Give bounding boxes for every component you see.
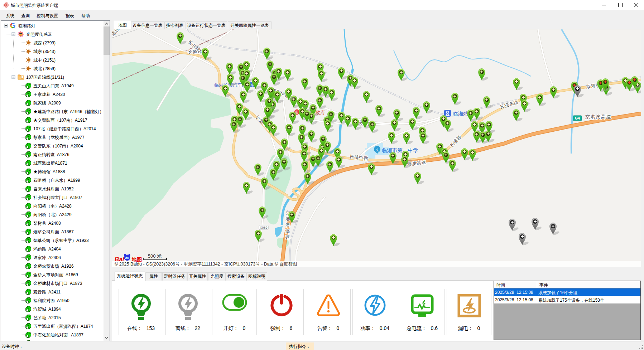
svg-text:X089: X089 [260, 226, 267, 229]
svg-text:谭家冲 A2406: 谭家冲 A2406 [33, 255, 61, 260]
svg-text:临湘站: 临湘站 [453, 111, 468, 117]
svg-text:G4: G4 [575, 116, 580, 120]
svg-text:陈家组 A2009: 陈家组 A2009 [33, 101, 61, 106]
svg-text:临湘市第一中学: 临湘市第一中学 [382, 147, 418, 153]
svg-text:© 2025 Baidu - GS(2023)3206号 -: © 2025 Baidu - GS(2023)3206号 - 甲测资字11111… [115, 262, 297, 267]
svg-text:王家珑巷 A2430: 王家珑巷 A2430 [33, 92, 65, 97]
svg-text:烟草公司对面 A1867: 烟草公司对面 A1867 [33, 229, 74, 234]
svg-text:社会福利院大门口 A1907: 社会福利院大门口 A1907 [33, 195, 82, 200]
svg-text:南正街转盘 A1876: 南正街转盘 A1876 [33, 152, 69, 157]
svg-text:鸿鹤路 A2404: 鸿鹤路 A2404 [33, 247, 61, 252]
svg-text:中石化加油站对面 A1897: 中石化加油站对面 A1897 [33, 332, 83, 337]
svg-text:高: 高 [285, 229, 290, 234]
svg-text:芭茅塘 A2015: 芭茅塘 A2015 [33, 315, 61, 320]
svg-text:文: 文 [375, 148, 379, 152]
svg-text:观音路 A2411: 观音路 A2411 [33, 290, 61, 295]
svg-text:Bai: Bai [115, 256, 125, 263]
svg-text:汽贸城 A1894: 汽贸城 A1894 [33, 307, 61, 312]
svg-text:城西派出所A1871: 城西派出所A1871 [33, 161, 67, 166]
svg-text:城北 (2859): 城北 (2859) [33, 66, 56, 71]
svg-text:自来水斜对面 A1952: 自来水斜对面 A1952 [33, 186, 74, 191]
svg-text:向阳桥（北）A2429: 向阳桥（北）A2429 [33, 212, 72, 217]
svg-text:澳: 澳 [285, 223, 290, 228]
svg-text:地图: 地图 [131, 257, 142, 262]
svg-text:福利院对面 A1950: 福利院对面 A1950 [33, 298, 69, 303]
svg-text:向阳桥（南）A2428: 向阳桥（南）A2428 [33, 204, 72, 209]
svg-text:彭家巷（党校后面）A1977: 彭家巷（党校后面）A1977 [33, 135, 85, 140]
svg-text:交警队东（107南）A2004: 交警队东（107南）A2004 [33, 144, 83, 149]
svg-text:107国道沿线(31/31): 107国道沿线(31/31) [26, 75, 64, 80]
svg-text:107北（建新中路路口西）A2014: 107北（建新中路路口西）A2014 [33, 126, 96, 131]
svg-text:500 米: 500 米 [148, 253, 162, 259]
svg-text:du: du [125, 256, 129, 260]
svg-text:光照度传感器: 光照度传感器 [26, 32, 52, 37]
svg-text:梨树巷 A2408: 梨树巷 A2408 [33, 221, 61, 226]
svg-text:五里派出所（富源汽配）A1874: 五里派出所（富源汽配）A1874 [33, 324, 93, 329]
svg-text:石咀桥（自来水）A1999: 石咀桥（自来水）A1999 [33, 178, 80, 183]
svg-text:金桥大市场对面 A1869: 金桥大市场对面 A1869 [33, 272, 78, 277]
svg-text:金桥建材市场门口 A1873: 金桥建材市场门口 A1873 [33, 281, 82, 286]
svg-text:城中 (2151): 城中 (2151) [33, 58, 56, 63]
svg-text:★博物馆 A1888: ★博物馆 A1888 [33, 169, 65, 174]
svg-text:城东 (3543): 城东 (3543) [33, 49, 56, 54]
svg-text:五尖山大门东 A1949: 五尖山大门东 A1949 [33, 83, 74, 88]
svg-text:临湘路灯: 临湘路灯 [18, 23, 35, 28]
svg-text:★建新中路路口东 A1946（辅道灯）: ★建新中路路口东 A1946（辅道灯） [33, 109, 104, 114]
svg-text:京港澳高速: 京港澳高速 [585, 114, 611, 120]
svg-text:烟草公司（求知中学）A1933: 烟草公司（求知中学）A1933 [33, 238, 89, 243]
svg-text:城西 (2799): 城西 (2799) [33, 40, 56, 45]
svg-text:金桥农贸市场 A1926: 金桥农贸市场 A1926 [33, 264, 74, 269]
svg-text:★交警队西（107南）A1917: ★交警队西（107南）A1917 [33, 118, 87, 123]
svg-text:速: 速 [285, 235, 290, 240]
